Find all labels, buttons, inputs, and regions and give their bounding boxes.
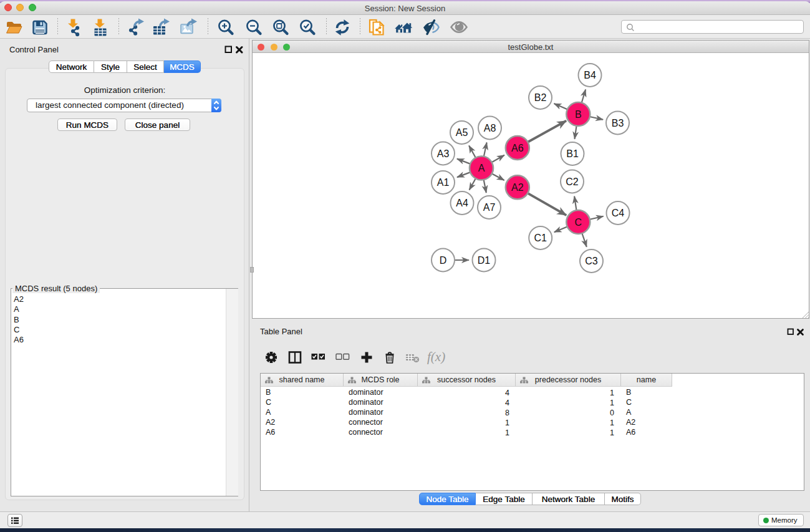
- svg-text:A5: A5: [456, 127, 468, 138]
- svg-text:B2: B2: [534, 92, 547, 103]
- svg-text:C4: C4: [612, 208, 625, 218]
- svg-text:A2: A2: [511, 182, 524, 193]
- svg-text:B3: B3: [612, 118, 624, 128]
- svg-text:A1: A1: [437, 177, 450, 188]
- svg-text:D: D: [440, 255, 447, 266]
- svg-text:C3: C3: [585, 256, 598, 266]
- svg-text:B1: B1: [566, 148, 579, 159]
- svg-text:A: A: [478, 163, 485, 173]
- svg-text:A8: A8: [484, 123, 496, 133]
- svg-text:A7: A7: [483, 202, 496, 213]
- svg-text:C1: C1: [534, 233, 547, 243]
- svg-text:B4: B4: [584, 70, 596, 80]
- svg-text:B: B: [575, 109, 582, 120]
- svg-text:A4: A4: [456, 198, 468, 208]
- svg-text:A3: A3: [437, 148, 450, 159]
- svg-text:D1: D1: [478, 255, 491, 266]
- svg-text:C: C: [575, 217, 582, 228]
- svg-text:A6: A6: [511, 143, 524, 153]
- svg-text:C2: C2: [566, 177, 579, 187]
